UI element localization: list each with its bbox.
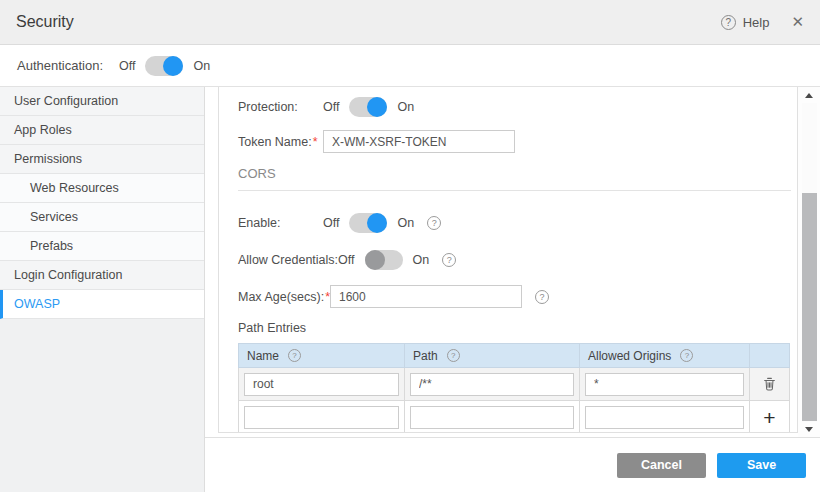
- scroll-up-arrow-icon[interactable]: [805, 93, 813, 98]
- cancel-button[interactable]: Cancel: [617, 453, 706, 478]
- scroll-down-arrow-icon[interactable]: [805, 427, 813, 432]
- column-header-name: Name?: [239, 344, 405, 368]
- cors-section-heading: CORS: [238, 166, 797, 181]
- scrollbar-track[interactable]: [802, 103, 817, 422]
- dialog-body: User Configuration App Roles Permissions…: [0, 87, 820, 492]
- page-title: Security: [16, 13, 74, 31]
- enable-help-icon[interactable]: ?: [427, 216, 441, 230]
- toggle-knob: [163, 56, 183, 76]
- enable-on-label: On: [397, 216, 414, 230]
- row1-path-input[interactable]: [410, 373, 574, 396]
- allow-credentials-toggle-group: Off On: [338, 250, 429, 270]
- trash-icon: [762, 376, 777, 392]
- sidebar-item-permissions[interactable]: Permissions: [0, 145, 204, 174]
- protection-toggle-group: Off On: [323, 97, 414, 117]
- enable-off-label: Off: [323, 216, 339, 230]
- name-help-icon[interactable]: ?: [288, 349, 301, 362]
- row1-name-input[interactable]: [244, 373, 399, 396]
- allow-credentials-row: Allow Credentials: Off On ?: [238, 250, 797, 270]
- sidebar-item-login-configuration[interactable]: Login Configuration: [0, 261, 204, 290]
- row2-path-input[interactable]: [410, 406, 574, 429]
- path-entries-table: Name? Path? Allowed Origins?: [238, 343, 790, 433]
- content-row: Protection: Off On Token Name:* CORS: [205, 87, 820, 437]
- column-header-actions: [750, 344, 790, 368]
- max-age-help-icon[interactable]: ?: [535, 290, 549, 304]
- path-help-icon[interactable]: ?: [447, 349, 460, 362]
- dialog-header: Security ? Help ✕: [0, 0, 820, 45]
- column-header-allowed-origins: Allowed Origins?: [580, 344, 750, 368]
- max-age-label: Max Age(secs):*: [238, 290, 330, 304]
- protection-off-label: Off: [323, 100, 339, 114]
- max-age-row: Max Age(secs):* ?: [238, 285, 797, 308]
- protection-on-label: On: [397, 100, 414, 114]
- toggle-knob: [365, 250, 385, 270]
- plus-icon: +: [763, 407, 775, 428]
- row1-allowed-origins-input[interactable]: [585, 373, 744, 396]
- toggle-knob: [367, 213, 387, 233]
- allow-credentials-on-label: On: [413, 253, 430, 267]
- allow-credentials-off-label: Off: [338, 253, 354, 267]
- add-row-button[interactable]: +: [758, 405, 782, 429]
- path-entries-label: Path Entries: [238, 321, 797, 335]
- sidebar: User Configuration App Roles Permissions…: [0, 87, 205, 492]
- required-asterisk: *: [313, 135, 318, 149]
- save-button[interactable]: Save: [717, 453, 806, 478]
- help-label: Help: [743, 15, 770, 30]
- toggle-knob: [367, 97, 387, 117]
- column-header-path: Path?: [405, 344, 580, 368]
- token-name-input[interactable]: [323, 130, 515, 153]
- protection-toggle[interactable]: [349, 97, 387, 117]
- sidebar-item-owasp[interactable]: OWASP: [0, 290, 204, 319]
- authentication-label: Authentication:: [17, 58, 103, 73]
- help-button[interactable]: ? Help: [721, 15, 770, 30]
- token-name-label: Token Name:*: [238, 135, 323, 149]
- vertical-scrollbar[interactable]: [798, 87, 820, 437]
- cors-divider: [238, 190, 791, 191]
- enable-toggle-group: Off On: [323, 213, 414, 233]
- table-header-row: Name? Path? Allowed Origins?: [239, 344, 790, 368]
- main-column: Protection: Off On Token Name:* CORS: [205, 87, 820, 492]
- owasp-settings-panel: Protection: Off On Token Name:* CORS: [218, 87, 798, 433]
- allow-credentials-toggle[interactable]: [365, 250, 403, 270]
- header-actions: ? Help ✕: [721, 13, 804, 31]
- protection-label: Protection:: [238, 100, 323, 114]
- sidebar-item-web-resources[interactable]: Web Resources: [0, 174, 204, 203]
- authentication-on-label: On: [193, 59, 210, 73]
- table-row: [239, 368, 790, 401]
- close-icon[interactable]: ✕: [791, 13, 804, 31]
- allowed-origins-help-icon[interactable]: ?: [680, 349, 693, 362]
- allow-credentials-help-icon[interactable]: ?: [442, 253, 456, 267]
- allow-credentials-label: Allow Credentials:: [238, 253, 338, 267]
- table-row: +: [239, 401, 790, 434]
- protection-row: Protection: Off On: [238, 97, 797, 117]
- row2-allowed-origins-input[interactable]: [585, 406, 744, 429]
- sidebar-item-services[interactable]: Services: [0, 203, 204, 232]
- security-dialog: Security ? Help ✕ Authentication: Off On…: [0, 0, 820, 492]
- sidebar-item-prefabs[interactable]: Prefabs: [0, 232, 204, 261]
- authentication-bar: Authentication: Off On: [0, 45, 820, 87]
- authentication-toggle-group: Off On: [119, 56, 210, 76]
- authentication-toggle[interactable]: [145, 56, 183, 76]
- help-icon: ?: [721, 15, 736, 30]
- sidebar-item-app-roles[interactable]: App Roles: [0, 116, 204, 145]
- dialog-footer: Cancel Save: [205, 437, 820, 492]
- scrollbar-thumb[interactable]: [802, 193, 817, 421]
- delete-row-button[interactable]: [758, 372, 782, 396]
- enable-toggle[interactable]: [349, 213, 387, 233]
- token-name-row: Token Name:*: [238, 130, 797, 153]
- max-age-input[interactable]: [330, 285, 522, 308]
- row2-name-input[interactable]: [244, 406, 399, 429]
- sidebar-item-user-configuration[interactable]: User Configuration: [0, 87, 204, 116]
- enable-label: Enable:: [238, 216, 323, 230]
- authentication-off-label: Off: [119, 59, 135, 73]
- enable-row: Enable: Off On ?: [238, 213, 797, 233]
